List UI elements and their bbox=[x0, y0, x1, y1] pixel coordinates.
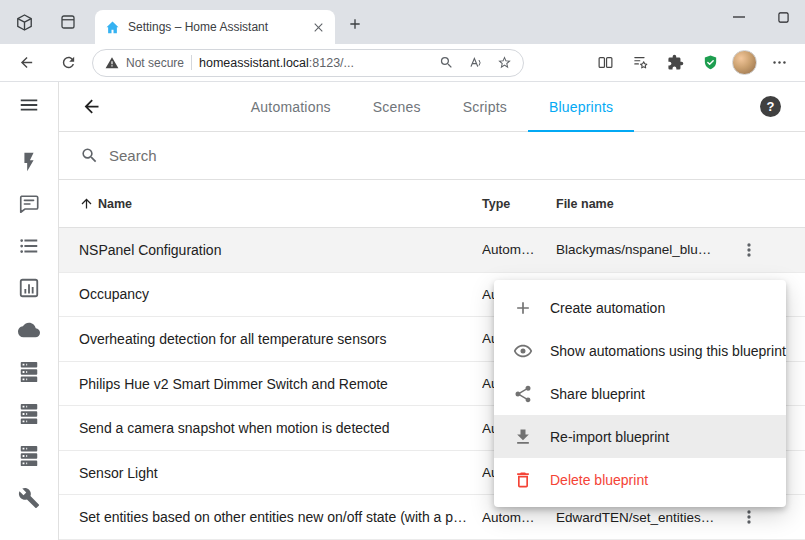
server-icon[interactable] bbox=[17, 444, 41, 468]
tab-title: Settings – Home Assistant bbox=[128, 20, 301, 34]
address-divider bbox=[191, 55, 192, 70]
tab-blueprints[interactable]: Blueprints bbox=[528, 82, 634, 132]
server-icon[interactable] bbox=[17, 402, 41, 426]
column-label-name: Name bbox=[98, 197, 132, 211]
wrench-icon[interactable] bbox=[17, 486, 41, 510]
plus-icon bbox=[512, 297, 534, 319]
address-bar[interactable]: Not secure homeassistant.local:8123/... bbox=[92, 49, 524, 77]
blueprint-context-menu: Create automation Show automations using… bbox=[494, 280, 786, 507]
menu-item-label: Re-import blueprint bbox=[550, 429, 669, 445]
menu-item-share-blueprint[interactable]: Share blueprint bbox=[494, 372, 786, 415]
search-placeholder: Search bbox=[109, 147, 157, 164]
tab-automations[interactable]: Automations bbox=[230, 82, 352, 132]
share-icon bbox=[512, 383, 534, 405]
url-text: homeassistant.local:8123/... bbox=[199, 56, 428, 70]
read-aloud-icon[interactable] bbox=[464, 52, 486, 74]
row-type: Autom… bbox=[482, 510, 556, 525]
maximize-icon[interactable] bbox=[761, 0, 805, 34]
toolbar-right-icons bbox=[589, 47, 795, 79]
sort-arrow-icon bbox=[79, 196, 94, 211]
url-host: homeassistant.local bbox=[199, 56, 309, 70]
pinned-extension-icon[interactable] bbox=[694, 47, 726, 79]
eye-icon bbox=[512, 340, 534, 362]
table-header: Name Type File name bbox=[59, 180, 805, 228]
download-icon bbox=[512, 426, 534, 448]
menu-item-reimport-blueprint[interactable]: Re-import blueprint bbox=[494, 415, 786, 458]
column-label-type: Type bbox=[482, 197, 510, 211]
refresh-icon[interactable] bbox=[52, 47, 84, 79]
column-header-file[interactable]: File name bbox=[556, 197, 725, 211]
table-row[interactable]: NSPanel Configuration Autom… Blackymas/n… bbox=[59, 228, 805, 273]
url-path: :8123/... bbox=[309, 56, 354, 70]
extensions-icon[interactable] bbox=[659, 47, 691, 79]
row-name: Philips Hue v2 Smart Dimmer Switch and R… bbox=[79, 376, 482, 392]
tab-scripts[interactable]: Scripts bbox=[442, 82, 528, 132]
column-header-type[interactable]: Type bbox=[482, 197, 556, 211]
not-secure-warning-icon[interactable] bbox=[105, 56, 119, 70]
favorite-star-icon[interactable] bbox=[493, 52, 515, 74]
split-screen-icon[interactable] bbox=[589, 47, 621, 79]
tab-actions-icon[interactable] bbox=[54, 8, 82, 36]
new-tab-icon[interactable] bbox=[341, 10, 369, 38]
tab-scenes[interactable]: Scenes bbox=[352, 82, 442, 132]
menu-icon[interactable] bbox=[17, 93, 41, 117]
ha-header: Automations Scenes Scripts Blueprints ? bbox=[59, 82, 805, 132]
column-label-file: File name bbox=[556, 197, 614, 211]
menu-item-label: Create automation bbox=[550, 300, 665, 316]
chat-icon[interactable] bbox=[17, 192, 41, 216]
row-overflow-icon[interactable] bbox=[725, 507, 773, 527]
workspaces-icon[interactable] bbox=[10, 8, 38, 36]
browser-tab-strip: Settings – Home Assistant bbox=[0, 0, 805, 44]
search-bar[interactable]: Search bbox=[59, 132, 805, 180]
server-icon[interactable] bbox=[17, 360, 41, 384]
row-file: EdwardTEN/set_entities_bas… bbox=[556, 510, 725, 525]
menu-item-label: Delete blueprint bbox=[550, 472, 648, 488]
ha-back-icon[interactable] bbox=[77, 93, 105, 121]
home-assistant-favicon bbox=[105, 20, 120, 35]
list-icon[interactable] bbox=[17, 234, 41, 258]
menu-item-create-automation[interactable]: Create automation bbox=[494, 286, 786, 329]
search-icon bbox=[80, 146, 99, 165]
favorites-icon[interactable] bbox=[624, 47, 656, 79]
more-menu-icon[interactable] bbox=[763, 47, 795, 79]
row-name: Occupancy bbox=[79, 286, 482, 302]
lightning-icon[interactable] bbox=[17, 150, 41, 174]
close-tab-icon[interactable] bbox=[309, 18, 327, 36]
profile-avatar[interactable] bbox=[732, 50, 757, 75]
help-icon[interactable]: ? bbox=[760, 96, 781, 117]
minimize-icon[interactable] bbox=[717, 0, 761, 34]
menu-item-label: Show automations using this blueprint bbox=[550, 343, 786, 359]
row-type: Autom… bbox=[482, 242, 556, 257]
browser-left-controls bbox=[10, 0, 82, 44]
column-header-name[interactable]: Name bbox=[79, 196, 482, 211]
security-status[interactable]: Not secure bbox=[126, 56, 184, 70]
ha-tab-bar: Automations Scenes Scripts Blueprints bbox=[230, 82, 634, 132]
row-file: Blackymas/nspanel_blueprin… bbox=[556, 242, 725, 257]
chart-box-icon[interactable] bbox=[17, 276, 41, 300]
row-name: Sensor Light bbox=[79, 465, 482, 481]
browser-tab[interactable]: Settings – Home Assistant bbox=[95, 10, 335, 44]
menu-item-show-automations[interactable]: Show automations using this blueprint bbox=[494, 329, 786, 372]
row-name: Set entities based on other entities new… bbox=[79, 509, 482, 525]
ha-sidebar bbox=[0, 82, 59, 540]
cloud-icon[interactable] bbox=[17, 318, 41, 342]
back-icon[interactable] bbox=[10, 47, 42, 79]
menu-item-label: Share blueprint bbox=[550, 386, 645, 402]
browser-toolbar: Not secure homeassistant.local:8123/... bbox=[0, 44, 805, 82]
row-overflow-icon[interactable] bbox=[725, 240, 773, 260]
zoom-icon[interactable] bbox=[435, 52, 457, 74]
row-name: Send a camera snapshot when motion is de… bbox=[79, 420, 482, 436]
row-name: NSPanel Configuration bbox=[79, 242, 482, 258]
delete-icon bbox=[512, 469, 534, 491]
browser-window: Settings – Home Assistant bbox=[0, 0, 805, 540]
menu-item-delete-blueprint[interactable]: Delete blueprint bbox=[494, 458, 786, 501]
window-controls bbox=[717, 0, 805, 34]
row-name: Overheating detection for all temperatur… bbox=[79, 331, 482, 347]
